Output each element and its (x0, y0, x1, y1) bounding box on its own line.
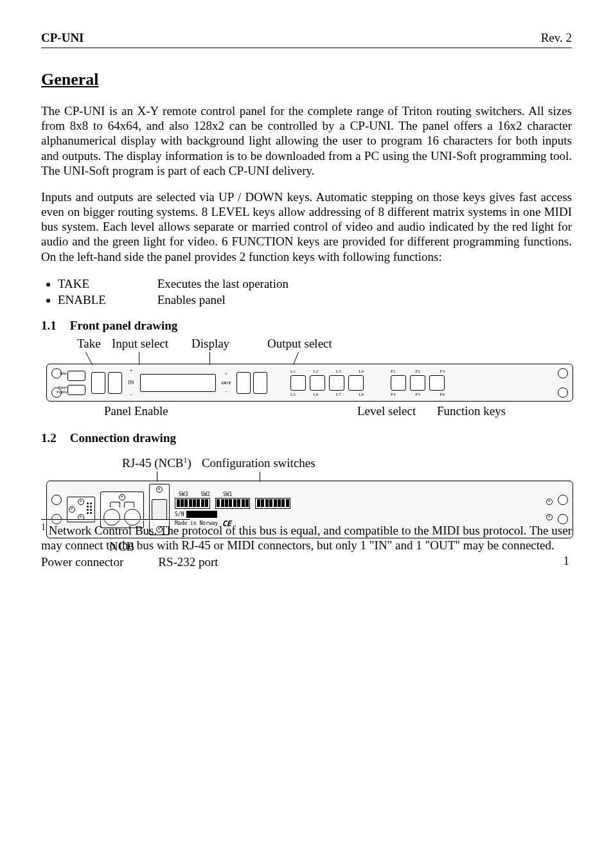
out-minus: − (225, 389, 227, 394)
output-down-button[interactable] (253, 372, 267, 394)
panel-enable-button-label: Panel Enable (57, 385, 67, 394)
fn-f4: F4 (391, 392, 395, 397)
rj45-in-jack[interactable] (110, 502, 120, 508)
paragraph-1: The CP-UNI is an X-Y remote control pane… (41, 103, 572, 178)
power-connector[interactable] (87, 502, 93, 517)
mount-hole (558, 495, 568, 505)
lvl-l6: L6 (313, 392, 318, 397)
input-arrow-labels: + IN − (128, 368, 134, 398)
label-rj45-post: ) (188, 456, 191, 470)
take-enable-group: Take Panel Enable (67, 371, 85, 395)
dip-sw2[interactable] (215, 498, 251, 509)
subhead-1-1-title: Front panel drawing (70, 319, 178, 332)
function-button-1[interactable] (391, 375, 406, 391)
bullet-take: TAKE Executes the last operation (58, 276, 572, 292)
paragraph-2: Inputs and outputs are selected via UP /… (41, 190, 572, 264)
fn-f6: F6 (440, 392, 445, 397)
panel-enable-button[interactable]: Panel Enable (67, 385, 85, 395)
sn-box (186, 511, 217, 518)
screw-icon (69, 506, 75, 513)
label-panel-enable: Panel Enable (104, 404, 168, 418)
subhead-1-1-num: 1.1 (41, 319, 67, 333)
label-level-select: Level select (357, 404, 416, 418)
subhead-1-1: 1.1 Front panel drawing (41, 319, 572, 333)
fn-f3: F3 (440, 369, 445, 374)
front-bottom-labels: Panel Enable Level select Function keys (77, 404, 572, 420)
output-up-button[interactable] (236, 372, 251, 394)
sw2-label: SW2 (200, 492, 209, 497)
bullet-take-desc: Executes the last operation (157, 277, 289, 290)
subhead-1-2-num: 1.2 (41, 431, 67, 445)
label-function-keys: Function keys (437, 404, 506, 418)
page-header: CP-UNI Rev. 2 (41, 31, 572, 48)
subhead-1-2-title: Connection drawing (70, 431, 176, 445)
bullet-enable-label: ENABLE (58, 292, 154, 308)
lvl-l2: L2 (313, 369, 318, 374)
section-title: General (41, 70, 572, 89)
mount-hole (558, 368, 568, 378)
bullet-enable-desc: Enables panel (157, 293, 226, 306)
front-panel: Take Panel Enable + IN − + OUT − (46, 364, 573, 402)
level-button-3[interactable] (329, 375, 344, 391)
footnote-separator (41, 519, 190, 520)
screw-icon (156, 486, 163, 493)
footnote-1-text: Network Control Bus. The protocol of thi… (41, 524, 572, 552)
lvl-l5: L5 (290, 392, 296, 397)
label-input-select: Input select (112, 337, 168, 351)
input-up-button[interactable] (91, 372, 105, 394)
sn-label: S/N (175, 511, 184, 517)
rear-top-leaders (77, 472, 572, 481)
fn-f5: F5 (415, 392, 420, 397)
lcd-display (140, 374, 216, 392)
in-label: IN (128, 380, 134, 385)
footnote-block: 1 Network Control Bus. The protocol of t… (41, 519, 572, 553)
footnote-1-num: 1 (41, 522, 46, 532)
rear-bottom-labels: Power connector RS-232 port (41, 555, 572, 569)
level-button-2[interactable] (310, 375, 325, 391)
footnote-1: 1 Network Control Bus. The protocol of t… (41, 522, 572, 553)
label-config-switches: Configuration switches (202, 456, 315, 470)
out-plus: + (225, 371, 227, 376)
fn-f2: F2 (415, 369, 420, 374)
output-arrow-labels: + OUT − (222, 371, 231, 394)
lvl-l1: L1 (290, 369, 296, 374)
screw-icon (119, 494, 125, 500)
label-take: Take (77, 337, 101, 351)
lvl-l8: L8 (359, 392, 364, 397)
in-minus: − (129, 392, 132, 398)
screw-icon (78, 499, 84, 505)
function-button-2[interactable] (410, 375, 425, 391)
header-right: Rev. 2 (541, 31, 572, 45)
label-rs232-port: RS-232 port (158, 555, 218, 569)
bullet-enable: ENABLE Enables panel (58, 292, 572, 308)
out-label: OUT (221, 380, 231, 385)
in-plus: + (129, 368, 132, 373)
screw-icon (546, 499, 553, 505)
label-output-select: Output select (267, 337, 332, 351)
bullet-list: TAKE Executes the last operation ENABLE … (41, 276, 572, 308)
lvl-l4: L4 (359, 369, 364, 374)
level-button-4[interactable] (348, 375, 364, 391)
fn-f1: F1 (391, 369, 395, 374)
front-panel-figure: Take Input select Display Output select … (41, 337, 572, 420)
input-down-button[interactable] (108, 372, 122, 394)
label-rj45-ncb: RJ-45 (NCB1) (122, 456, 191, 470)
rs232-port[interactable] (152, 499, 167, 520)
dip-sw1[interactable] (255, 498, 290, 509)
level-button-1[interactable] (290, 375, 306, 391)
header-left: CP-UNI (41, 31, 84, 45)
lvl-l7: L7 (336, 392, 341, 397)
rear-top-labels: RJ-45 (NCB1) Configuration switches (122, 456, 572, 470)
subhead-1-2: 1.2 Connection drawing (41, 431, 572, 445)
output-updown (236, 372, 267, 394)
function-group: F1 F2 F3 F4 F5 F6 (391, 369, 445, 397)
mount-holes-right (558, 368, 568, 398)
rj45-out-jack[interactable] (124, 502, 134, 508)
function-button-3[interactable] (429, 375, 445, 391)
take-button[interactable]: Take (67, 371, 85, 381)
dip-sw3[interactable] (175, 498, 210, 509)
take-button-label: Take (57, 371, 67, 376)
label-display: Display (191, 337, 229, 351)
front-top-leaders (77, 352, 567, 364)
sw1-label: SW1 (223, 492, 232, 497)
